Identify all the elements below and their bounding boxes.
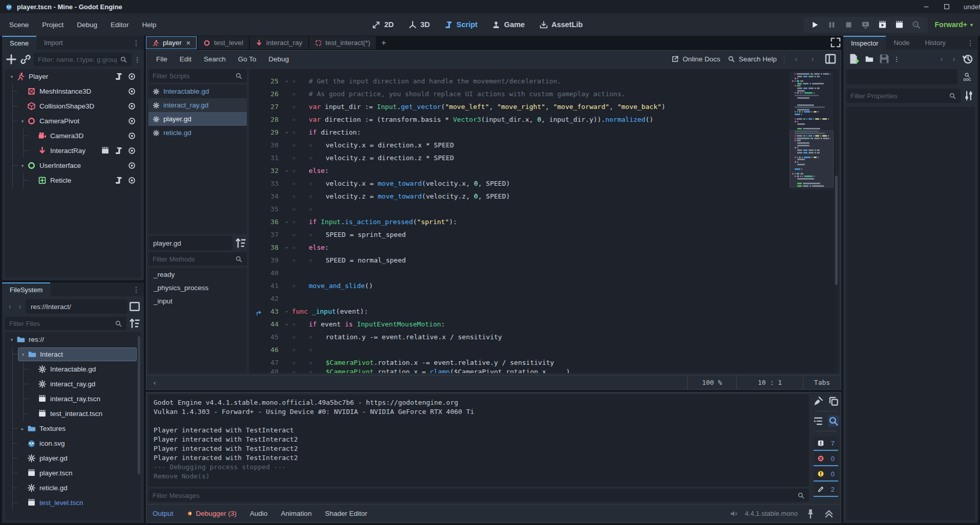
eye-button[interactable] [127, 146, 136, 155]
workspace-script[interactable]: Script [444, 20, 478, 29]
line-number[interactable]: 38 [249, 244, 282, 251]
workspace-assetlib[interactable]: AssetLib [539, 20, 583, 29]
eye-button[interactable] [127, 117, 136, 125]
expand-panel-button[interactable] [823, 508, 835, 519]
code-line-43[interactable]: 43▾func _input(event): [249, 305, 839, 318]
line-number[interactable]: 35 [249, 205, 282, 213]
script-menu-search[interactable]: Search [198, 53, 231, 65]
script-item-interactable-gd[interactable]: Interactable.gd [148, 84, 247, 98]
line-number[interactable]: 44 [249, 320, 282, 328]
scene-tree-node-camerapivot[interactable]: ▾CameraPivot [5, 114, 141, 128]
code-line-32[interactable]: 32▾»else: [249, 164, 839, 177]
resource-menu-icon[interactable]: ⋮ [893, 53, 900, 65]
scrollbar-thumb[interactable] [835, 176, 838, 285]
inspector-forward-icon[interactable]: › [949, 55, 958, 63]
collapse-arrow-icon[interactable]: ▸ [18, 426, 27, 431]
fold-arrow-icon[interactable]: ▾ [282, 220, 292, 225]
fold-arrow-icon[interactable]: ▾ [282, 79, 292, 84]
distraction-free-icon[interactable] [830, 37, 841, 48]
collapse-arrow-icon[interactable]: ▾ [18, 119, 27, 124]
script-history-forward-icon[interactable]: › [808, 55, 817, 63]
code-line-36[interactable]: 36▾»if Input.is_action_pressed("sprint")… [249, 215, 839, 228]
vertical-scrollbar[interactable] [834, 69, 839, 373]
inspector-tab-history[interactable]: History [918, 36, 953, 50]
code-line-28[interactable]: 28»var direction := (transform.basis * V… [249, 113, 839, 126]
collapse-arrow-icon[interactable]: ▾ [18, 163, 27, 168]
code-line-48[interactable]: 48»»$CameraPivot.rotation.x = clamp($Cam… [249, 369, 839, 373]
renderer-selector[interactable]: Forward+ ▾ [935, 20, 976, 29]
code-line-40[interactable]: 40 [249, 267, 839, 279]
eye-button[interactable] [127, 176, 136, 185]
menu-editor[interactable]: Editor [105, 18, 134, 31]
indent-type[interactable]: Tabs [803, 376, 841, 389]
add-node-button[interactable] [5, 53, 17, 65]
new-tab-button[interactable]: + [377, 36, 390, 49]
tab-filesystem[interactable]: FileSystem [2, 282, 50, 296]
file-item-interact-ray-tscn[interactable]: interact_ray.tscn [5, 391, 141, 406]
menu-project[interactable]: Project [37, 18, 69, 31]
eye-button[interactable] [127, 102, 136, 111]
line-number[interactable]: 45 [249, 333, 282, 341]
method-item-physics-process[interactable]: _physics_process [148, 281, 247, 294]
toggle-split-mode-button[interactable] [129, 300, 141, 313]
copy-output-button[interactable] [828, 396, 839, 407]
zoom-level[interactable]: 100 % [687, 376, 736, 389]
play-scene-button[interactable] [878, 20, 887, 29]
save-resource-button[interactable] [878, 53, 890, 65]
script-item-interact-ray-gd[interactable]: interact_ray.gd [148, 98, 247, 112]
filter-scripts-input[interactable]: Filter Scripts [148, 69, 247, 82]
line-number[interactable]: 28 [249, 116, 282, 123]
line-number[interactable]: 36 [249, 218, 282, 226]
script-history-back-icon[interactable]: ‹ [792, 55, 801, 63]
load-resource-button[interactable] [863, 53, 875, 65]
sort-files-button[interactable] [129, 317, 141, 330]
file-item-res[interactable]: ▾res:// [5, 332, 141, 347]
history-forward-icon[interactable]: › [15, 302, 25, 311]
line-number[interactable]: 39 [249, 256, 282, 264]
code-line-29[interactable]: 29▾»if direction: [249, 126, 839, 139]
pin-panel-button[interactable] [805, 508, 816, 519]
file-item-reticle-gd[interactable]: reticle.gd [5, 480, 141, 495]
collapse-duplicates-button[interactable] [813, 415, 824, 427]
line-number[interactable]: 32 [249, 167, 282, 174]
output-toggle-warnings[interactable]: 0 [814, 467, 838, 482]
bottom-tab-shader-editor[interactable]: Shader Editor [325, 510, 368, 517]
file-item-textures[interactable]: ▸Textures [5, 421, 141, 436]
script-tab-test-level[interactable]: test_level [198, 36, 249, 49]
eye-button[interactable] [127, 132, 136, 140]
code-line-45[interactable]: 45»»rotation.y -= event.relative.x / sen… [249, 331, 839, 343]
line-number[interactable]: 29 [249, 128, 282, 136]
caret-position[interactable]: 10 : 1 [736, 376, 803, 389]
line-number[interactable]: 26 [249, 90, 282, 98]
output-toggle-editor-messages[interactable]: 2 [814, 483, 838, 497]
scene-tree-node-camera3d[interactable]: Camera3D [5, 128, 141, 143]
scene-dock-tab-import[interactable]: Import [36, 36, 71, 50]
play-button[interactable] [811, 20, 819, 29]
workspace-game[interactable]: Game [492, 20, 525, 29]
script-tab-test-interact[interactable]: test_interact(*) [309, 36, 376, 49]
code-editor[interactable]: 25▾»# Get the input direction and handle… [249, 69, 839, 373]
dock-menu-icon[interactable]: ⋮ [129, 39, 144, 47]
scene-tree-node-userinterface[interactable]: ▾UserInterface [5, 158, 141, 173]
code-line-30[interactable]: 30»»velocity.x = direction.x * SPEED [249, 139, 839, 151]
workspace-2d[interactable]: 2D [372, 20, 394, 29]
code-line-35[interactable]: 35»» [249, 203, 839, 215]
file-item-icon-svg[interactable]: icon.svg [5, 436, 141, 451]
output-toggle-messages[interactable]: 7 [814, 436, 838, 451]
line-number[interactable]: 40 [249, 269, 282, 277]
line-number[interactable]: 43 [249, 308, 282, 315]
line-number[interactable]: 25 [249, 77, 282, 85]
code-line-27[interactable]: 27»var input_dir := Input.get_vector("mo… [249, 100, 839, 113]
fold-arrow-icon[interactable]: ▾ [282, 168, 292, 173]
pause-button[interactable] [827, 20, 836, 29]
code-line-37[interactable]: 37»»SPEED = sprint_speed [249, 228, 839, 241]
line-number[interactable]: 34 [249, 192, 282, 200]
file-item-player-gd[interactable]: player.gd [5, 451, 141, 466]
file-item-test-level-tscn[interactable]: test_level.tscn [5, 495, 141, 510]
line-number[interactable]: 42 [249, 295, 282, 302]
menu-scene[interactable]: Scene [4, 18, 34, 31]
filter-methods-input[interactable]: Filter Methods [148, 252, 247, 266]
file-item-interact-ray-gd[interactable]: interact_ray.gd [5, 377, 141, 391]
eye-button[interactable] [127, 72, 136, 81]
file-item-test-interact-tscn[interactable]: test_interact.tscn [5, 406, 141, 421]
